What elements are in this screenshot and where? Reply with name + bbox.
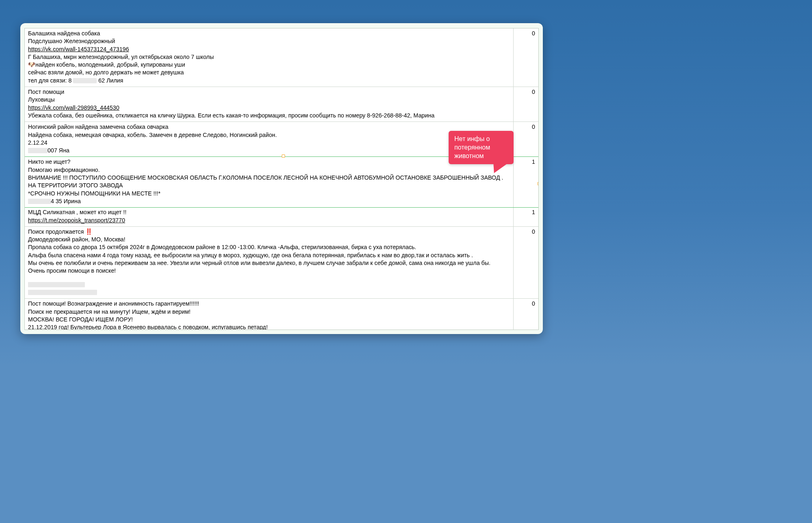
row-text-cell: Балашиха найдена собакаПодслушано Железн…: [25, 28, 513, 87]
text-line: Мы очень ее полюбили и очень переживаем …: [28, 259, 510, 267]
table-row: Никто не ищет?Помогаю информационно.ВНИМ…: [24, 156, 539, 208]
text-line: [28, 281, 510, 289]
table-row: Балашиха найдена собакаПодслушано Железн…: [25, 28, 538, 87]
row-number-cell: 0: [513, 28, 538, 87]
text-content: Мы очень ее полюбили и очень переживаем …: [28, 260, 490, 266]
text-line: 4 35 Ирина: [28, 197, 510, 205]
text-line: Пост помощи: [28, 88, 510, 96]
text-line: Поиск не прекращается ни на минуту! Ищем…: [28, 308, 510, 316]
redacted-span: [28, 148, 48, 153]
hyperlink[interactable]: https://vk.com/wall-145373124_473196: [28, 46, 129, 52]
text-line: ВНИМАНИЕ !!! ПОСТУПИЛО СООБЩЕНИЕ МОСКОВС…: [28, 174, 510, 190]
text-line: [28, 275, 510, 281]
redacted-span: [28, 282, 85, 287]
text-fragment: тел для связи: 8: [28, 77, 73, 84]
text-content: 🐶найден кобель, молоденький, добрый, куп…: [28, 61, 185, 68]
text-line: МОСКВА! ВСЕ ГОРОДА! ИЩЕМ ЛОРУ!: [28, 316, 510, 323]
text-line: Найдена собака, немецкая овчарка, кобель…: [28, 131, 510, 139]
row-number-cell: 0: [513, 227, 538, 298]
text-line: Пропала собака со двора 15 октября 2024г…: [28, 243, 510, 251]
text-line: 007 Яна: [28, 147, 510, 154]
text-content: Поиск продолжается ‼️: [28, 228, 93, 235]
redacted-span: [28, 290, 97, 295]
text-line: Домодедовский район, МО, Москва!: [28, 236, 510, 243]
text-line: Луховицы: [28, 96, 510, 104]
text-line: https://t.me/zoopoisk_transport/23770: [28, 217, 510, 224]
row-text-cell: Поиск продолжается ‼️Домодедовский район…: [25, 227, 513, 298]
text-content: 21.12.2019 год! Бультерьер Лора в Ясенев…: [28, 324, 268, 330]
text-line: сейчас взяли домой, но долго держать не …: [28, 69, 510, 76]
redacted-span: [73, 78, 97, 83]
text-line: Помогаю информационно.: [28, 166, 510, 174]
text-line: Балашиха найдена собака: [28, 30, 510, 37]
text-fragment: 4 35 Ирина: [51, 198, 81, 204]
text-content: МОСКВА! ВСЕ ГОРОДА! ИЩЕМ ЛОРУ!: [28, 316, 133, 323]
text-content: Найдена собака, немецкая овчарка, кобель…: [28, 132, 277, 138]
text-content: Домодедовский район, МО, Москва!: [28, 236, 125, 243]
text-line: [28, 289, 510, 296]
text-content: Г Балашиха, мкрн железнодорожный, ул окт…: [28, 54, 214, 60]
hyperlink[interactable]: https://t.me/zoopoisk_transport/23770: [28, 217, 125, 224]
row-number-cell: 1: [513, 157, 538, 207]
text-content: Подслушано Железнодорожный: [28, 38, 115, 44]
text-content: Очень просим помощи в поиске!: [28, 267, 116, 274]
text-line: 21.12.2019 год! Бультерьер Лора в Ясенев…: [28, 323, 510, 330]
text-content: Никто не ищет?: [28, 158, 70, 165]
text-content: МЦД Силикатная , может кто ищет !!: [28, 209, 126, 215]
text-content: ВНИМАНИЕ !!! ПОСТУПИЛО СООБЩЕНИЕ МОСКОВС…: [28, 174, 503, 189]
text-line: Никто не ищет?: [28, 158, 510, 166]
table-row: Поиск продолжается ‼️Домодедовский район…: [25, 227, 538, 299]
hyperlink[interactable]: https://vk.com/wall-298993_444530: [28, 104, 119, 111]
row-text-cell: Никто не ищет?Помогаю информационно.ВНИМ…: [25, 157, 513, 207]
redacted-span: [28, 199, 51, 204]
text-content: Ногинский район найдена замечена собака …: [28, 124, 168, 130]
table-row: Пост помощи! Вознаграждение и анонимност…: [25, 299, 538, 330]
annotation-callout: Нет инфы о потерянном животном: [449, 131, 514, 164]
text-line: 🐶найден кобель, молоденький, добрый, куп…: [28, 61, 510, 69]
text-line: Подслушано Железнодорожный: [28, 37, 510, 45]
text-content: Поиск не прекращается ни на минуту! Ищем…: [28, 308, 190, 315]
text-content: 2.12.24: [28, 139, 48, 146]
text-line: МЦД Силикатная , может кто ищет !!: [28, 208, 510, 216]
text-line: https://vk.com/wall-145373124_473196: [28, 46, 510, 53]
text-content: сейчас взяли домой, но долго держать не …: [28, 69, 184, 76]
text-line: Поиск продолжается ‼️: [28, 228, 510, 236]
text-content: Помогаю информационно.: [28, 167, 100, 173]
text-content: Пост помощи: [28, 89, 64, 95]
row-text-cell: Пост помощиЛуховицыhttps://vk.com/wall-2…: [25, 87, 513, 122]
text-content: Луховицы: [28, 96, 55, 103]
text-line: Альфа была спасена нами 4 года тому наза…: [28, 252, 510, 259]
text-content: Пост помощи! Вознаграждение и анонимност…: [28, 300, 199, 307]
text-fragment: 007 Яна: [48, 147, 69, 154]
text-line: тел для связи: 8 62 Лилия: [28, 77, 510, 85]
text-content: Балашиха найдена собака: [28, 30, 100, 37]
text-line: *СРОЧНО НУЖНЫ ПОМОЩНИКИ НА МЕСТЕ !!!*: [28, 190, 510, 197]
app-window: Балашиха найдена собакаПодслушано Железн…: [20, 23, 543, 334]
row-text-cell: Пост помощи! Вознаграждение и анонимност…: [25, 299, 513, 330]
text-content: Пропала собака со двора 15 октября 2024г…: [28, 244, 416, 250]
text-line: Очень просим помощи в поиске!: [28, 267, 510, 275]
text-line: Пост помощи! Вознаграждение и анонимност…: [28, 300, 510, 308]
text-line: 2.12.24: [28, 139, 510, 147]
table-row: Пост помощиЛуховицыhttps://vk.com/wall-2…: [25, 87, 538, 122]
row-text-cell: Ногинский район найдена замечена собака …: [25, 122, 513, 156]
callout-text: Нет инфы о потерянном животном: [454, 135, 490, 159]
text-line: Ногинский район найдена замечена собака …: [28, 123, 510, 131]
text-line: Убежала собака, без ошейника, откликаетс…: [28, 112, 510, 119]
text-content: Альфа была спасена нами 4 года тому наза…: [28, 252, 473, 258]
data-grid: Балашиха найдена собакаПодслушано Железн…: [24, 28, 539, 330]
selection-handle-icon: [538, 182, 539, 185]
text-line: https://vk.com/wall-298993_444530: [28, 104, 510, 112]
row-number-cell: 1: [513, 207, 538, 226]
text-fragment: 62 Лилия: [97, 77, 123, 84]
row-number-cell: 0: [513, 299, 538, 330]
text-content: Убежала собака, без ошейника, откликаетс…: [28, 112, 434, 119]
row-text-cell: МЦД Силикатная , может кто ищет !!https:…: [25, 207, 513, 226]
selection-handle-icon: [282, 154, 285, 158]
row-number-cell: 0: [513, 122, 538, 156]
text-line: Г Балашиха, мкрн железнодорожный, ул окт…: [28, 53, 510, 61]
text-content: *СРОЧНО НУЖНЫ ПОМОЩНИКИ НА МЕСТЕ !!!*: [28, 190, 160, 197]
row-number-cell: 0: [513, 87, 538, 122]
table-row: МЦД Силикатная , может кто ищет !!https:…: [25, 207, 538, 227]
